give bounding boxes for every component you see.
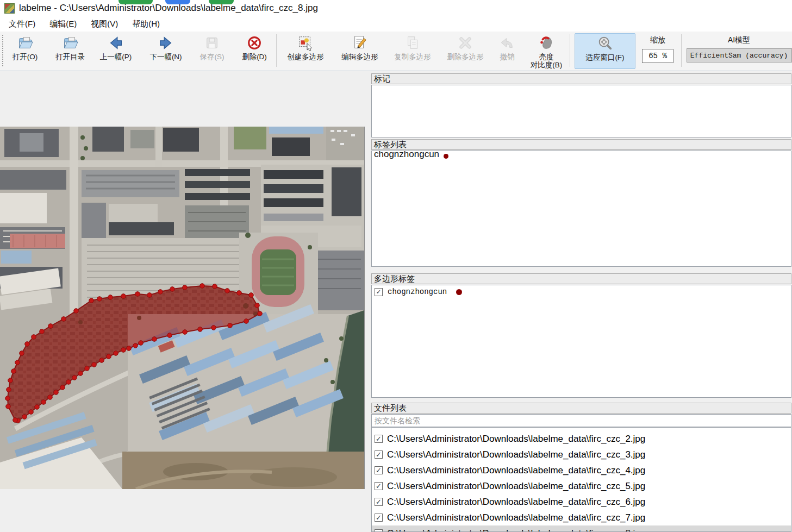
open-file-icon xyxy=(17,35,33,51)
arrow-right-icon xyxy=(158,35,174,51)
file-checkbox[interactable]: ✓ xyxy=(375,482,383,490)
toolbar-button-delete-polygon: 删除多边形 xyxy=(441,33,489,68)
delete-polygon-icon xyxy=(457,35,473,51)
delete-icon xyxy=(246,35,263,51)
file-list-panel-header[interactable]: 文件列表 xyxy=(371,403,791,414)
file-checkbox[interactable]: ✓ xyxy=(375,435,383,443)
toolbar-button-open-folder[interactable]: 打开目录 xyxy=(50,33,90,68)
zoom-control: 缩放 65 % xyxy=(637,33,678,63)
toolbar-button-label: 适应窗口(F) xyxy=(585,53,624,61)
fit-window-icon xyxy=(597,35,613,52)
toolbar-button-arrow-right[interactable]: 下一幅(N) xyxy=(145,33,187,68)
ai-model-control: AI模型 EfficientSam (accuracy) xyxy=(686,33,792,62)
label-list[interactable]: chognzhongcun xyxy=(371,151,791,267)
ai-model-label: AI模型 xyxy=(728,35,750,45)
polygon-label-item[interactable]: ✓chognzhongcun xyxy=(372,285,791,296)
menu-item-1[interactable]: 编辑(E) xyxy=(44,17,82,31)
polygon-labels-panel-header[interactable]: 多边形标签 xyxy=(371,273,791,284)
file-list-row[interactable]: ✓C:\Users\Administrator\Downloads\labelm… xyxy=(372,431,791,447)
toolbar-button-undo: 撤销 xyxy=(494,33,520,68)
toolbar-button-edit-polygon[interactable]: 编辑多边形 xyxy=(335,33,384,68)
file-checkbox[interactable]: ✓ xyxy=(375,529,383,532)
toolbar-button-label: 编辑多边形 xyxy=(341,53,378,61)
polygon-color-dot xyxy=(456,289,462,295)
toolbar-button-delete[interactable]: 删除(D) xyxy=(236,33,273,68)
toolbar-separator xyxy=(276,34,277,67)
duplicate-polygon-icon xyxy=(404,35,421,51)
toolbar-button-label: 打开目录 xyxy=(55,53,85,61)
create-polygon-icon xyxy=(297,35,314,51)
toolbar-button-label: 删除(D) xyxy=(242,53,267,61)
file-list-row[interactable]: ✓C:\Users\Administrator\Downloads\labelm… xyxy=(372,494,791,510)
file-path: C:\Users\Administrator\Downloads\labelme… xyxy=(387,434,645,445)
file-list-row[interactable]: ✓C:\Users\Administrator\Downloads\labelm… xyxy=(372,525,791,532)
file-path: C:\Users\Administrator\Downloads\labelme… xyxy=(387,449,645,460)
file-list-row[interactable]: ✓C:\Users\Administrator\Downloads\labelm… xyxy=(372,478,791,494)
file-search-input[interactable] xyxy=(371,414,791,427)
file-path: C:\Users\Administrator\Downloads\labelme… xyxy=(387,512,645,523)
toolbar-button-create-polygon[interactable]: 创建多边形 xyxy=(281,33,330,68)
arrow-left-icon xyxy=(108,35,124,51)
toolbar-button-fit-window[interactable]: 适应窗口(F) xyxy=(575,33,635,69)
menu-item-2[interactable]: 视图(V) xyxy=(85,17,123,31)
edit-polygon-icon xyxy=(352,35,368,51)
flags-list[interactable] xyxy=(371,85,791,137)
label-list-item[interactable]: chognzhongcun xyxy=(372,151,791,161)
toolbar-button-label: 上一幅(P) xyxy=(100,53,132,61)
toolbar-button-label: 打开(O) xyxy=(13,53,38,61)
polygon-label-list[interactable]: ✓chognzhongcun xyxy=(371,285,791,398)
save-icon xyxy=(204,35,220,51)
image-canvas[interactable] xyxy=(0,71,371,532)
label-color-dot xyxy=(444,154,448,159)
ai-model-combobox[interactable]: EfficientSam (accuracy) xyxy=(687,48,792,62)
satellite-image[interactable] xyxy=(0,127,365,489)
file-checkbox[interactable]: ✓ xyxy=(375,498,383,506)
file-list-row[interactable]: ✓C:\Users\Administrator\Downloads\labelm… xyxy=(372,462,791,478)
file-path: C:\Users\Administrator\Downloads\labelme… xyxy=(387,481,645,492)
menu-bar: 文件(F)编辑(E)视图(V)帮助(H) xyxy=(0,16,792,32)
file-checkbox[interactable]: ✓ xyxy=(375,450,383,459)
file-path: C:\Users\Administrator\Downloads\labelme… xyxy=(387,465,645,476)
flags-panel-title: 标记 xyxy=(374,74,390,84)
label-list-panel-title: 标签列表 xyxy=(374,140,407,150)
toolbar-button-label: 复制多边形 xyxy=(394,53,431,61)
window-title: labelme - C:\Users\Administrator\Downloa… xyxy=(19,3,318,14)
top-edge-pill xyxy=(165,0,190,4)
toolbar-button-arrow-left[interactable]: 上一幅(P) xyxy=(95,33,137,68)
toolbar-drag-handle[interactable] xyxy=(2,34,4,67)
brightness-contrast-icon xyxy=(538,35,554,51)
toolbar-separator xyxy=(681,34,682,67)
toolbar-separator xyxy=(570,34,570,67)
toolbar-button-label: 删除多边形 xyxy=(447,53,484,61)
toolbar-button-label: 下一幅(N) xyxy=(149,53,182,61)
file-checkbox[interactable]: ✓ xyxy=(375,514,383,522)
file-path: C:\Users\Administrator\Downloads\labelme… xyxy=(387,528,645,532)
top-edge-pill xyxy=(209,0,234,4)
toolbar-button-save: 保存(S) xyxy=(195,33,229,68)
top-edge-pill xyxy=(119,0,153,4)
labelme-app-icon xyxy=(4,3,15,14)
polygon-label-text: chognzhongcun xyxy=(388,287,447,296)
undo-icon xyxy=(499,35,515,51)
file-list-panel-title: 文件列表 xyxy=(374,403,407,414)
toolbar-button-open-file[interactable]: 打开(O) xyxy=(8,33,42,68)
label-list-panel-header[interactable]: 标签列表 xyxy=(371,139,791,150)
toolbar-button-label: 撤销 xyxy=(500,53,515,61)
menu-item-0[interactable]: 文件(F) xyxy=(3,17,41,31)
open-folder-icon xyxy=(62,35,78,51)
toolbar-button-label: 保存(S) xyxy=(200,53,224,61)
toolbar-button-brightness-contrast[interactable]: 亮度对比度(B) xyxy=(525,33,568,68)
file-path: C:\Users\Administrator\Downloads\labelme… xyxy=(387,497,645,508)
toolbar: 缩放 65 % AI模型 EfficientSam (accuracy) 打开(… xyxy=(0,32,792,71)
label-text: chognzhongcun xyxy=(374,151,439,160)
polygon-visible-checkbox[interactable]: ✓ xyxy=(375,288,383,296)
flags-panel-header[interactable]: 标记 xyxy=(371,73,791,84)
polygon-labels-panel-title: 多边形标签 xyxy=(374,274,415,284)
zoom-spinbox[interactable]: 65 % xyxy=(642,49,673,63)
toolbar-button-label: 亮度对比度(B) xyxy=(531,53,563,69)
file-list[interactable]: ✓C:\Users\Administrator\Downloads\labelm… xyxy=(371,427,791,532)
file-list-row[interactable]: ✓C:\Users\Administrator\Downloads\labelm… xyxy=(372,510,791,525)
file-checkbox[interactable]: ✓ xyxy=(375,466,383,474)
menu-item-3[interactable]: 帮助(H) xyxy=(127,17,165,31)
file-list-row[interactable]: ✓C:\Users\Administrator\Downloads\labelm… xyxy=(372,447,791,462)
